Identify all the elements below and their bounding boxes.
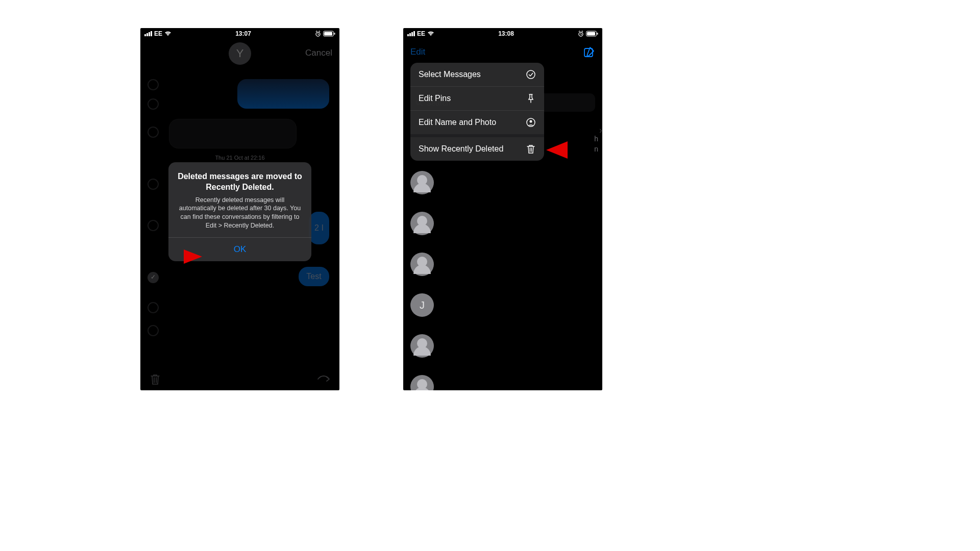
svg-point-10 [527, 70, 535, 79]
svg-rect-7 [597, 33, 598, 35]
status-time: 13:07 [235, 30, 251, 37]
status-right [578, 31, 598, 37]
edit-button[interactable]: Edit [410, 47, 425, 57]
message-bubble-outgoing[interactable]: Test [299, 267, 329, 286]
deletion-alert: Deleted messages are moved to Recently D… [168, 162, 311, 261]
alert-body: Deleted messages are moved to Recently D… [168, 162, 311, 237]
conversation-avatar[interactable] [410, 171, 434, 194]
nav-row: Edit [403, 39, 602, 65]
nav-row: Cancel [140, 39, 339, 67]
wifi-icon [427, 31, 434, 36]
edit-menu: Select Messages Edit Pins Edit Name and … [410, 63, 544, 161]
message-select-radio[interactable] [148, 79, 159, 90]
svg-point-12 [530, 120, 532, 123]
message-bubble-outgoing[interactable] [237, 79, 329, 109]
avatar-letter: J [420, 299, 425, 311]
signal-icon [144, 31, 152, 36]
status-bar: EE 13:07 [140, 28, 339, 39]
trash-icon [526, 144, 536, 154]
phone-screenshot-left: EE 13:07 Y Cancel Thu 21 Oct at 22:16 2 … [140, 28, 339, 390]
status-left: EE [407, 30, 434, 37]
status-right [315, 31, 335, 37]
conversation-avatar[interactable] [410, 212, 434, 235]
menu-show-recently-deleted[interactable]: Show Recently Deleted [410, 137, 544, 161]
svg-rect-2 [324, 32, 332, 36]
message-bubble-outgoing[interactable]: 2 I [309, 212, 329, 244]
conversation-list: J [410, 171, 595, 390]
message-select-radio[interactable] [148, 179, 159, 190]
message-bubble-incoming[interactable] [169, 119, 297, 148]
annotation-arrow-icon [184, 249, 202, 264]
menu-edit-pins[interactable]: Edit Pins [410, 87, 544, 110]
message-select-radio[interactable] [148, 98, 159, 110]
message-timestamp: Thu 21 Oct at 22:16 [140, 155, 339, 161]
status-bar: EE 13:08 [403, 28, 602, 39]
trash-icon[interactable] [150, 373, 161, 385]
annotation-arrow-icon [546, 141, 568, 159]
partial-hidden-text: h n [594, 134, 598, 154]
menu-label: Edit Name and Photo [419, 118, 496, 127]
menu-select-messages[interactable]: Select Messages [410, 63, 544, 86]
battery-icon [323, 31, 335, 37]
status-left: EE [144, 30, 172, 37]
signal-icon [407, 31, 415, 36]
conversation-avatar[interactable] [410, 375, 434, 390]
conversation-avatar[interactable]: J [410, 293, 434, 317]
phone-screenshot-right: EE 13:08 Edit Search › h n Select [403, 28, 602, 390]
carrier-label: EE [417, 30, 425, 37]
chevron-right-icon: › [599, 125, 602, 136]
cancel-button[interactable]: Cancel [305, 48, 332, 58]
share-icon[interactable] [317, 373, 330, 385]
menu-label: Select Messages [419, 70, 481, 79]
conversation-avatar[interactable] [410, 334, 434, 358]
status-time: 13:08 [498, 30, 514, 37]
battery-icon [586, 31, 598, 37]
carrier-label: EE [154, 30, 162, 37]
alert-title: Deleted messages are moved to Recently D… [177, 171, 303, 193]
message-select-radio[interactable] [148, 127, 159, 138]
alarm-icon [578, 31, 584, 37]
alert-message: Recently deleted messages will automatic… [177, 196, 303, 231]
pin-icon [526, 93, 536, 104]
message-select-radio[interactable] [148, 220, 159, 231]
svg-rect-6 [587, 32, 595, 36]
checkmark-circle-icon [526, 69, 536, 80]
bottom-toolbar [140, 368, 339, 390]
menu-edit-name-photo[interactable]: Edit Name and Photo [410, 111, 544, 134]
message-select-radio[interactable] [148, 302, 159, 313]
person-circle-icon [526, 117, 536, 128]
menu-label: Show Recently Deleted [419, 144, 503, 154]
message-select-radio-checked[interactable] [148, 272, 159, 283]
compose-icon[interactable] [583, 46, 595, 58]
wifi-icon [164, 31, 172, 36]
menu-label: Edit Pins [419, 94, 451, 103]
svg-rect-3 [334, 33, 335, 35]
alarm-icon [315, 31, 321, 37]
conversation-avatar[interactable] [410, 253, 434, 276]
message-select-radio[interactable] [148, 325, 159, 336]
